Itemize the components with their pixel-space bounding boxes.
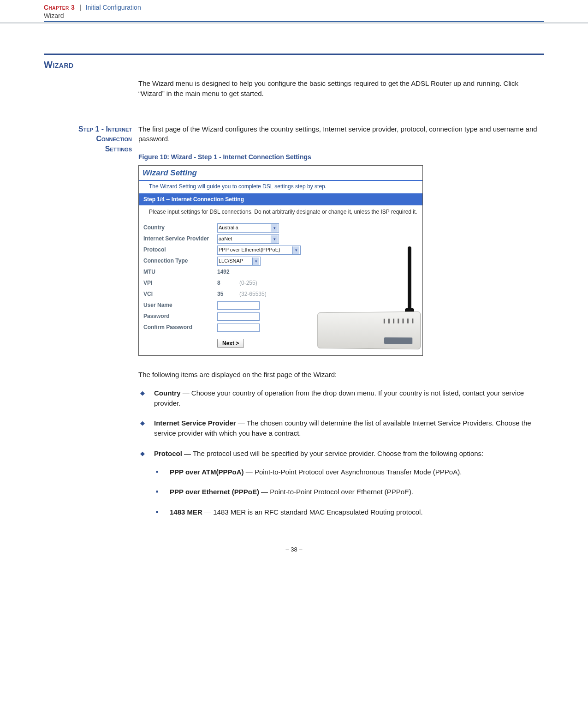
ws-select-isp[interactable]: aaNet ▾ [217,234,279,244]
chapter-title: Initial Configuration [86,4,141,11]
ws-select-country[interactable]: Australia ▾ [217,223,279,233]
ws-select-protocol-value: PPP over Ethernet(PPPoE) [219,246,280,254]
ws-input-confirm[interactable] [217,324,260,332]
ws-select-conntype[interactable]: LLC/SNAP ▾ [217,257,261,266]
item-protocol-desc: — The protocol used will be specified by… [182,449,483,457]
ws-label-country: Country [143,224,217,232]
item-country-desc: — Choose your country of operation from … [154,389,524,407]
section-intro: The Wizard menu is designed to help you … [138,78,544,99]
ws-label-vci: VCI [143,290,217,298]
ws-label-vpi: VPI [143,279,217,287]
ws-input-password[interactable] [217,312,260,321]
sub-pppoa-label: PPP over ATM(PPPoA) [170,468,244,476]
ws-label-username: User Name [143,301,217,309]
sub-pppoe-label: PPP over Ethernet (PPPoE) [170,488,259,496]
chapter-number: Chapter 3 [44,4,75,11]
chevron-down-icon: ▾ [252,258,259,265]
page-header: Chapter 3 | Initial Configuration Wizard [44,4,544,22]
sub-pppoa-desc: — Point-to-Point Protocol over Asynchron… [244,468,462,476]
next-button[interactable]: Next > [217,339,244,348]
step1-paragraph: The first page of the Wizard configures … [138,124,544,144]
ws-select-protocol[interactable]: PPP over Ethernet(PPPoE) ▾ [217,246,301,255]
chevron-down-icon: ▾ [271,235,278,243]
ws-label-mtu: MTU [143,268,217,276]
chevron-down-icon: ▾ [292,246,299,254]
ws-subtitle: The Wizard Setting will guide you to com… [139,181,422,194]
protocol-sublist: PPP over ATM(PPPoA) — Point-to-Point Pro… [154,467,544,517]
item-protocol-label: Protocol [154,449,182,457]
step1-side-l1: Step 1 - Internet [44,124,132,134]
ws-label-conntype: Connection Type [143,257,217,265]
header-separator: | [79,4,81,11]
list-item: PPP over ATM(PPPoA) — Point-to-Point Pro… [154,467,544,477]
sub-mer-label: 1483 MER [170,508,202,516]
ws-label-protocol: Protocol [143,246,217,254]
list-item: PPP over Ethernet (PPPoE) — Point-to-Poi… [154,487,544,497]
list-item: Internet Service Provider — The chosen c… [138,418,544,438]
wizard-screenshot: Wizard Setting The Wizard Setting will g… [138,165,423,356]
ws-step-bar: Step 1/4 -- Internet Connection Setting [139,194,422,205]
section-rule [44,54,544,55]
displayed-items-intro: The following items are displayed on the… [138,370,544,380]
figure-caption: Figure 10: Wizard - Step 1 - Internet Co… [138,152,544,162]
sub-pppoe-desc: — Point-to-Point Protocol over Ethernet … [259,488,413,496]
item-list: Country — Choose your country of operati… [138,388,544,517]
item-isp-label: Internet Service Provider [154,419,236,427]
ws-select-conntype-value: LLC/SNAP [219,258,243,265]
page-number: – 38 – [0,546,588,553]
ws-title: Wizard Setting [139,166,422,181]
ws-form: Country Australia ▾ Internet Service Pro… [139,221,422,355]
ws-select-country-value: Australia [219,224,238,232]
ws-instruction: Please input settings for DSL connection… [139,205,422,221]
header-rule-grey [0,22,588,24]
step1-side-l2: Connection [44,134,132,144]
ws-range-vci: (32-65535) [239,290,267,298]
list-item: Protocol — The protocol used will be spe… [138,449,544,517]
ws-value-vpi: 8 [217,279,226,287]
ws-label-isp: Internet Service Provider [143,235,217,243]
ws-label-confirm: Confirm Password [143,324,217,331]
list-item: 1483 MER — 1483 MER is an RFC standard M… [154,507,544,517]
item-country-label: Country [154,389,181,397]
ws-value-mtu: 1492 [217,268,230,276]
ws-value-vci: 35 [217,290,226,298]
header-subtitle: Wizard [44,12,544,19]
ws-select-isp-value: aaNet [219,235,232,243]
step1-side-l3: Settings [44,144,132,154]
ws-input-username[interactable] [217,301,260,310]
ws-range-vpi: (0-255) [239,279,257,287]
section-title: Wizard [44,60,544,70]
list-item: Country — Choose your country of operati… [138,388,544,408]
chevron-down-icon: ▾ [271,224,278,232]
step1-side-label: Step 1 - Internet Connection Settings [44,124,138,154]
ws-label-password: Password [143,312,217,320]
sub-mer-desc: — 1483 MER is an RFC standard MAC Encaps… [202,508,423,516]
